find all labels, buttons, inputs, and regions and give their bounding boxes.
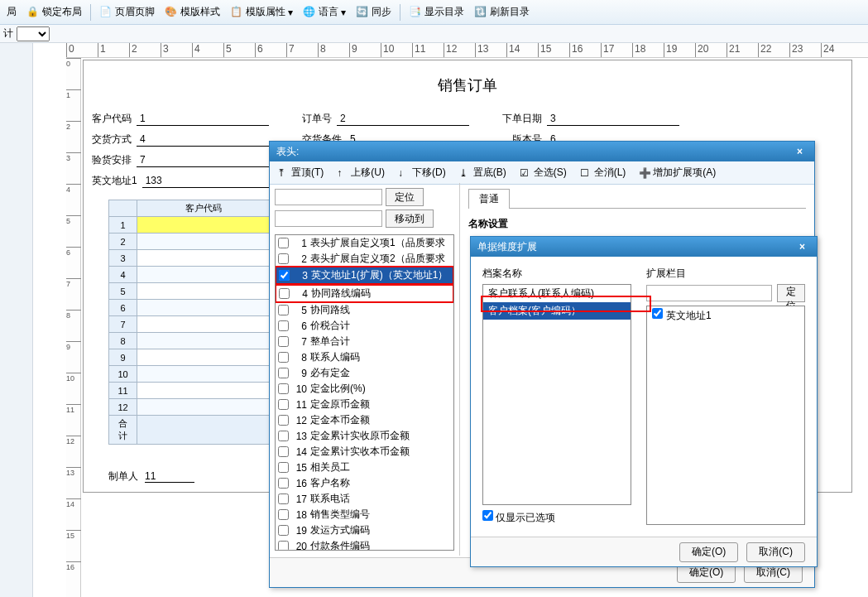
chevron-down-icon: ▾ <box>288 7 293 18</box>
list-item[interactable]: 13定金累计实收原币金额 <box>276 428 453 444</box>
table-cell[interactable] <box>137 267 270 283</box>
table-cell[interactable] <box>137 383 270 399</box>
list-item[interactable]: 11定金原币金额 <box>276 397 453 412</box>
table-cell[interactable] <box>137 316 270 333</box>
list-item[interactable]: 3英文地址1(扩展)（英文地址1） <box>275 266 454 285</box>
action-icon: ☐ <box>580 167 592 179</box>
list-item[interactable]: 17联系电话 <box>276 491 453 507</box>
list-item[interactable]: 12定金本币金额 <box>276 412 453 428</box>
close-icon[interactable]: × <box>794 241 810 253</box>
horizontal-ruler: 0123456789101112131415161718192021222324 <box>66 43 868 58</box>
page-icon: 📄 <box>99 6 113 19</box>
ext-search-input[interactable] <box>646 285 772 301</box>
col-header: 客户代码 <box>137 200 270 217</box>
style-icon: 🎨 <box>165 6 178 19</box>
table-cell[interactable] <box>137 283 270 300</box>
tb-sync[interactable]: 🔄同步 <box>352 3 395 21</box>
action-icon: ↑ <box>337 167 348 179</box>
list-item[interactable]: 18销售类型编号 <box>276 507 453 522</box>
section-label: 名称设置 <box>468 217 806 231</box>
dlg1-toolbar: ⤒置顶(T)↑上移(U)↓下移(D)⤓置底(B)☑全选(S)☐全消(L)➕增加扩… <box>270 161 814 185</box>
dlg2-ok-button[interactable]: 确定(O) <box>679 542 738 562</box>
moveto-button[interactable]: 移动到 <box>386 209 434 228</box>
dlg1-action[interactable]: ↑上移(U) <box>334 164 387 181</box>
tab-common[interactable]: 普通 <box>468 189 510 209</box>
dlg1-titlebar[interactable]: 表头: × <box>270 142 814 161</box>
table-cell[interactable] <box>137 366 270 383</box>
table-cell[interactable] <box>137 234 270 250</box>
subbar-select[interactable] <box>17 26 50 41</box>
dlg1-action[interactable]: ☑全选(S) <box>517 164 569 181</box>
tb-header-footer[interactable]: 📄页眉页脚 <box>96 3 158 21</box>
list-item[interactable]: 1表头扩展自定义项1（品质要求 <box>276 235 453 251</box>
list-item[interactable]: 10定金比例(%) <box>276 381 453 397</box>
archive-list[interactable]: 客户联系人(联系人编码)客户档案(客户编码） <box>482 284 631 505</box>
table-cell[interactable] <box>137 300 270 316</box>
action-icon: ↓ <box>398 167 410 179</box>
list-item[interactable]: 4协同路线编码 <box>275 284 454 303</box>
subbar-label: 计 <box>3 26 13 41</box>
vertical-ruler: 012345678910111213141516 <box>66 58 81 597</box>
dlg1-action[interactable]: ⤓置底(B) <box>457 164 509 181</box>
only-selected-check[interactable]: 仅显示已选项 <box>482 512 555 523</box>
list-item[interactable]: 2表头扩展自定义项2（品质要求 <box>276 251 453 267</box>
field-list[interactable]: 1表头扩展自定义项1（品质要求2表头扩展自定义项2（品质要求3英文地址1(扩展)… <box>275 234 454 551</box>
list-item[interactable]: 19发运方式编码 <box>276 522 453 538</box>
tb-refresh-toc[interactable]: 🔃刷新目录 <box>471 3 533 21</box>
dlg2-titlebar[interactable]: 单据维度扩展 × <box>471 237 817 257</box>
dimension-ext-dialog: 单据维度扩展 × 档案名称 客户联系人(联系人编码)客户档案(客户编码） 仅显示… <box>470 236 818 567</box>
list-item[interactable]: 15相关员工 <box>276 460 453 475</box>
close-icon[interactable]: × <box>792 146 808 157</box>
dlg1-action[interactable]: ⤒置顶(T) <box>275 164 326 181</box>
left-gutter <box>0 43 33 597</box>
dlg1-action[interactable]: ➕增加扩展项(A) <box>636 164 718 181</box>
tb-show-toc[interactable]: 📑显示目录 <box>405 3 468 21</box>
action-icon: ⤒ <box>277 167 289 179</box>
ext-list[interactable]: 英文地址1 <box>646 306 805 525</box>
locate-button[interactable]: 定位 <box>386 188 424 206</box>
action-icon: ⤓ <box>459 167 471 179</box>
page-title: 销售订单 <box>92 69 843 108</box>
ext-locate-button[interactable]: 定位(E) <box>777 284 805 302</box>
dlg2-cancel-button[interactable]: 取消(C) <box>746 542 805 562</box>
moveto-input[interactable] <box>275 210 382 227</box>
list-item[interactable]: 6价税合计 <box>276 318 453 334</box>
chevron-down-icon: ▾ <box>341 7 346 18</box>
globe-icon: 🌐 <box>303 6 316 19</box>
dlg1-action[interactable]: ↓下移(D) <box>396 164 448 181</box>
table-cell[interactable] <box>137 399 270 416</box>
tb-language[interactable]: 🌐语言▾ <box>300 3 349 21</box>
tb-layout[interactable]: 局 <box>3 3 20 21</box>
table-cell[interactable] <box>137 250 270 267</box>
action-icon: ☑ <box>520 167 531 179</box>
lock-icon: 🔒 <box>26 6 40 19</box>
archive-item[interactable]: 客户档案(客户编码） <box>483 302 631 320</box>
list-item[interactable]: 20付款条件编码 <box>276 538 453 551</box>
list-item[interactable]: 8联系人编码 <box>276 349 453 365</box>
list-icon: 📑 <box>409 6 422 19</box>
table-cell[interactable] <box>137 333 270 349</box>
main-toolbar: 局 🔒锁定布局 📄页眉页脚 🎨模版样式 📋模版属性▾ 🌐语言▾ 🔄同步 📑显示目… <box>0 0 868 25</box>
list-item[interactable]: 7整单合计 <box>276 334 453 349</box>
list-item[interactable]: 9必有定金 <box>276 365 453 381</box>
refresh-icon: 🔃 <box>474 6 487 19</box>
archive-item[interactable]: 客户联系人(联系人编码) <box>483 285 631 302</box>
tb-template-prop[interactable]: 📋模版属性▾ <box>227 3 296 21</box>
ext-item[interactable]: 英文地址1 <box>647 306 804 325</box>
sub-toolbar: 计 <box>0 25 868 43</box>
archive-label: 档案名称 <box>482 267 631 281</box>
prop-icon: 📋 <box>230 6 243 19</box>
list-item[interactable]: 14定金累计实收本币金额 <box>276 444 453 460</box>
search-input[interactable] <box>275 189 382 205</box>
table-cell[interactable] <box>137 217 270 234</box>
sync-icon: 🔄 <box>356 6 369 19</box>
tb-lock-layout[interactable]: 🔒锁定布局 <box>23 3 85 21</box>
list-item[interactable]: 16客户名称 <box>276 475 453 491</box>
detail-table: 客户代码 123456789101112合计 <box>108 200 270 445</box>
action-icon: ➕ <box>639 167 650 179</box>
ext-label: 扩展栏目 <box>646 267 686 281</box>
table-cell[interactable] <box>137 349 270 366</box>
dlg1-action[interactable]: ☐全消(L) <box>578 164 629 181</box>
tb-template-style[interactable]: 🎨模版样式 <box>161 3 223 21</box>
list-item[interactable]: 5协同路线 <box>276 302 453 318</box>
